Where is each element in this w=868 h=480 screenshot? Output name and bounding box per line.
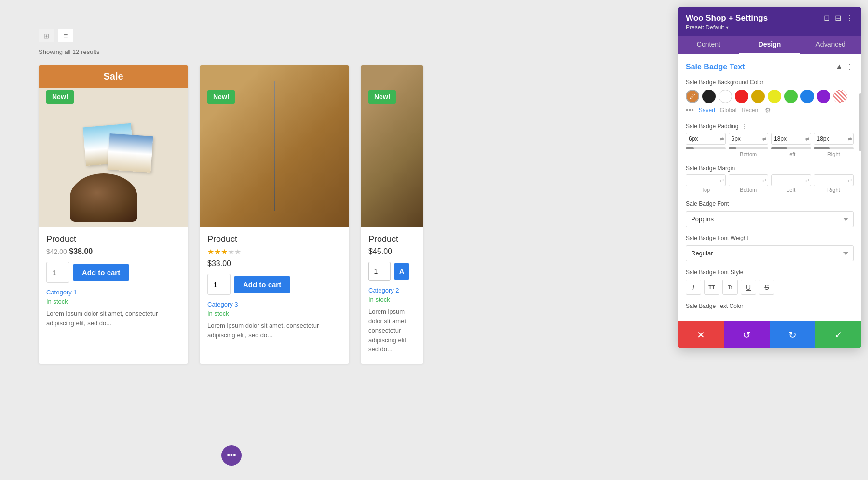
undo-button[interactable]: ↺: [724, 321, 770, 348]
qty-input-1[interactable]: [46, 262, 69, 283]
color-more-button[interactable]: •••: [686, 106, 694, 115]
padding-top-link-icon[interactable]: ⇄: [719, 136, 725, 142]
font-setting: Sale Badge Font Poppins: [686, 200, 854, 227]
margin-bottom-link-icon[interactable]: ⇄: [761, 178, 768, 183]
description-1: Lorem ipsum dolor sit amet, consectetur …: [46, 309, 180, 328]
qty-input-2[interactable]: [207, 274, 231, 295]
margin-left-link-icon[interactable]: ⇄: [804, 178, 811, 183]
text-color-label: Sale Badge Text Color: [686, 303, 854, 309]
floating-dots-button[interactable]: •••: [221, 445, 242, 466]
margin-right-input[interactable]: [814, 175, 847, 186]
panel-header: Woo Shop + Settings Preset: Default ▾ ⊡ …: [678, 7, 861, 36]
category-link-1[interactable]: Category 1: [46, 289, 180, 296]
margin-right-link-icon[interactable]: ⇄: [846, 178, 853, 183]
product-image-wrap-3: New!: [361, 65, 423, 227]
color-swatch-red[interactable]: [735, 90, 748, 103]
color-swatch-black[interactable]: [702, 90, 716, 103]
margin-top-input[interactable]: [686, 175, 719, 186]
qty-input-3[interactable]: [368, 262, 391, 281]
font-weight-select[interactable]: Regular: [686, 245, 854, 261]
cart-row-3: A: [368, 262, 416, 281]
product-info-2: Product ★★★★★ $33.00 Add to cart Categor…: [200, 227, 349, 349]
cart-row-1: Add to cart: [46, 262, 180, 283]
section-collapse-button[interactable]: ▲ ⋮: [835, 62, 854, 71]
cancel-button[interactable]: ✕: [678, 321, 724, 348]
save-button[interactable]: ✓: [815, 321, 861, 348]
padding-left-input[interactable]: [772, 133, 804, 144]
price-row-1: $42.00 $38.00: [46, 247, 180, 256]
padding-bottom-link-icon[interactable]: ⇄: [761, 136, 768, 142]
section-more-icon: ⋮: [846, 62, 854, 71]
panel-actions: ✕ ↺ ↻ ✓: [678, 321, 861, 348]
chevron-up-icon: ▲: [835, 62, 843, 71]
color-swatch-yellow-dark[interactable]: [751, 90, 765, 103]
color-swatch-yellow[interactable]: [768, 90, 781, 103]
margin-left-input[interactable]: [772, 175, 804, 186]
main-content: ⊞ ≡ Showing all 12 results Sale New! Pro…: [0, 0, 868, 480]
margin-top-label: Top: [686, 187, 726, 193]
margin-right-label: Right: [814, 187, 854, 193]
stock-status-2: In stock: [207, 310, 341, 317]
category-link-2[interactable]: Category 3: [207, 301, 341, 308]
italic-button[interactable]: I: [686, 280, 701, 295]
product-name-3: Product: [368, 234, 416, 244]
grid-view-button[interactable]: ⊞: [39, 29, 54, 42]
color-swatch-purple[interactable]: [817, 90, 830, 103]
tab-advanced[interactable]: Advanced: [800, 36, 861, 54]
product-name-2: Product: [207, 234, 341, 244]
color-mode-recent[interactable]: Recent: [742, 107, 760, 114]
price-row-3: $45.00: [368, 247, 416, 256]
padding-bottom-input[interactable]: [729, 133, 761, 144]
panel-tabs: Content Design Advanced: [678, 36, 861, 54]
panel-preset[interactable]: Preset: Default ▾: [686, 24, 768, 31]
color-mode-saved[interactable]: Saved: [699, 107, 715, 114]
product-card-3: New! Product $45.00 A Category 2 In stoc…: [361, 65, 423, 364]
color-swatch-blue[interactable]: [800, 90, 814, 103]
font-select[interactable]: Poppins: [686, 211, 854, 227]
dots-icon: •••: [227, 451, 236, 461]
margin-setting: Sale Badge Margin ⇄ Top ⇄: [686, 165, 854, 193]
color-swatch-green[interactable]: [784, 90, 798, 103]
padding-right-label: Right: [814, 151, 854, 157]
color-swatch-striped[interactable]: [833, 90, 847, 103]
add-to-cart-button-3[interactable]: A: [394, 263, 409, 280]
titlecase-button[interactable]: Tt: [722, 280, 738, 295]
padding-right-link-icon[interactable]: ⇄: [846, 136, 853, 142]
scroll-indicator: [859, 93, 861, 151]
list-view-button[interactable]: ≡: [58, 29, 73, 42]
category-link-3[interactable]: Category 2: [368, 287, 416, 294]
description-2: Lorem ipsum dolor sit amet, consectetur …: [207, 321, 341, 340]
padding-left-label: Left: [771, 151, 811, 157]
more-options-icon[interactable]: ⋮: [846, 13, 854, 23]
color-swatch-white[interactable]: [719, 90, 732, 103]
product-info-3: Product $45.00 A Category 2 In stock Lor…: [361, 227, 423, 364]
padding-right-input[interactable]: [814, 133, 847, 144]
margin-top-link-icon[interactable]: ⇄: [719, 178, 725, 183]
section-header: Sale Badge Text ▲ ⋮: [686, 62, 854, 71]
new-badge-1: New!: [46, 90, 74, 104]
color-swatch-orange[interactable]: 🖊: [686, 90, 699, 103]
padding-link-icon[interactable]: ⋮: [741, 122, 748, 130]
strikethrough-button[interactable]: S: [759, 280, 774, 295]
tab-design[interactable]: Design: [739, 36, 800, 54]
padding-left-link-icon[interactable]: ⇄: [804, 136, 811, 142]
margin-bottom-input[interactable]: [729, 175, 761, 186]
stock-status-3: In stock: [368, 296, 416, 303]
color-mode-global[interactable]: Global: [720, 107, 737, 114]
padding-top-input[interactable]: 6px: [686, 133, 719, 144]
price-old-1: $42.00: [46, 248, 67, 255]
price-new-1: $38.00: [69, 247, 93, 255]
uppercase-button[interactable]: TT: [704, 280, 719, 295]
font-label: Sale Badge Font: [686, 200, 854, 207]
product-info-1: Product $42.00 $38.00 Add to cart Catego…: [39, 227, 188, 337]
add-to-cart-button-2[interactable]: Add to cart: [234, 276, 290, 293]
columns-icon[interactable]: ⊟: [835, 13, 841, 23]
product-image-wrap-1: Sale New!: [39, 65, 188, 227]
focus-icon[interactable]: ⊡: [824, 13, 830, 23]
product-image-2: [200, 65, 349, 227]
add-to-cart-button-1[interactable]: Add to cart: [73, 264, 129, 281]
redo-button[interactable]: ↻: [770, 321, 815, 348]
color-settings-gear-icon[interactable]: ⚙: [765, 107, 771, 114]
tab-content[interactable]: Content: [678, 36, 739, 54]
underline-button[interactable]: U: [741, 280, 756, 295]
